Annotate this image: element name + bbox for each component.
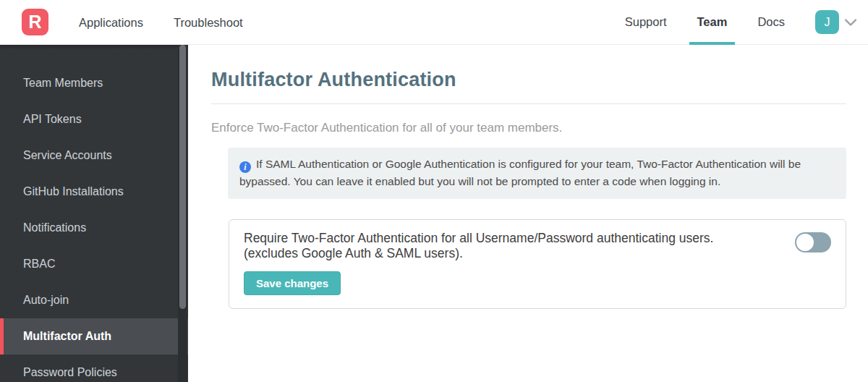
setting-label-line2: (excludes Google Auth & SAML users). [244, 246, 780, 260]
setting-label-line1: Require Two-Factor Authentication for al… [244, 231, 780, 245]
rollbar-logo-letter: R [28, 12, 41, 33]
toggle-knob [796, 234, 814, 251]
primary-nav: Applications Troubleshoot [79, 0, 243, 44]
info-note-text: If SAML Authentication or Google Authent… [239, 158, 801, 187]
user-menu[interactable]: J [815, 0, 857, 44]
sidebar-item-password-policies[interactable]: Password Policies [0, 355, 188, 382]
sidebar-item-auto-join[interactable]: Auto-join [0, 282, 188, 318]
two-factor-toggle[interactable] [795, 232, 831, 252]
top-navbar: R Applications Troubleshoot Support Team… [0, 0, 868, 45]
setting-label: Require Two-Factor Authentication for al… [244, 231, 795, 260]
two-factor-setting-card: Require Two-Factor Authentication for al… [229, 219, 846, 309]
sidebar-scrollbar-thumb[interactable] [179, 45, 186, 309]
sidebar-item-service-accounts[interactable]: Service Accounts [0, 137, 188, 174]
sidebar-menu: Team Members API Tokens Service Accounts… [0, 45, 188, 382]
sidebar-item-team-members[interactable]: Team Members [0, 65, 188, 101]
info-note: iIf SAML Authentication or Google Authen… [228, 148, 846, 199]
nav-applications[interactable]: Applications [79, 0, 143, 45]
secondary-nav: Support Team Docs J [625, 0, 857, 44]
sidebar-item-multifactor-auth[interactable]: Multifactor Auth [0, 318, 188, 355]
main-content: Multifactor Authentication Enforce Two-F… [188, 45, 868, 382]
sidebar-item-notifications[interactable]: Notifications [0, 210, 188, 246]
sidebar: Team Members API Tokens Service Accounts… [0, 45, 188, 382]
nav-team[interactable]: Team [697, 0, 728, 45]
setting-row: Require Two-Factor Authentication for al… [244, 231, 831, 260]
save-changes-button[interactable]: Save changes [244, 271, 341, 295]
sidebar-item-api-tokens[interactable]: API Tokens [0, 101, 188, 137]
nav-troubleshoot[interactable]: Troubleshoot [174, 0, 243, 45]
page-subtitle: Enforce Two-Factor Authentication for al… [211, 121, 846, 135]
title-divider [211, 103, 846, 104]
avatar[interactable]: J [815, 10, 839, 34]
nav-support[interactable]: Support [625, 0, 667, 45]
sidebar-item-rbac[interactable]: RBAC [0, 246, 188, 282]
page-title: Multifactor Authentication [211, 69, 846, 91]
sidebar-item-github-installations[interactable]: GitHub Installations [0, 174, 188, 210]
info-icon: i [239, 161, 251, 173]
rollbar-logo[interactable]: R [22, 9, 48, 35]
chevron-down-icon[interactable] [844, 18, 857, 27]
nav-docs[interactable]: Docs [757, 0, 785, 45]
